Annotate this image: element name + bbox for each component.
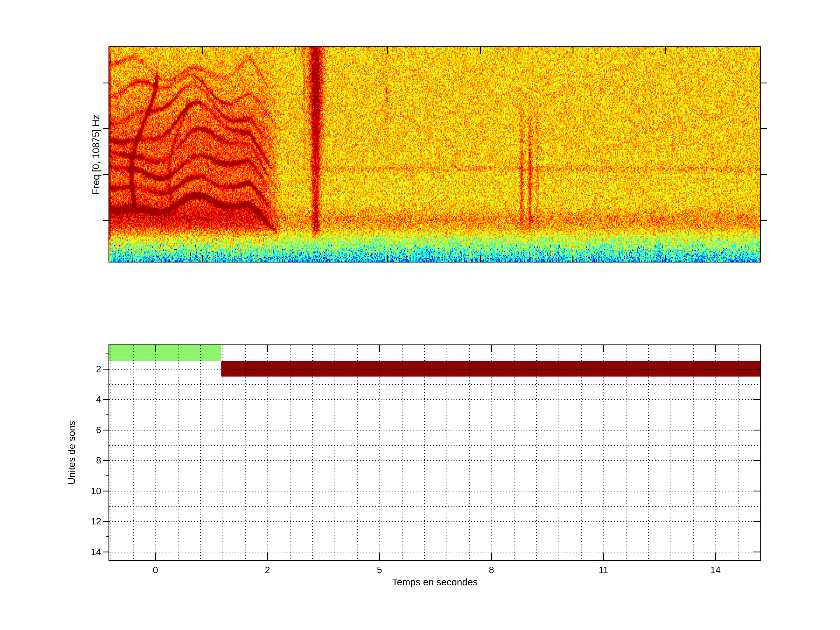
y-tick-label: 2 (78, 363, 101, 375)
gridline-v (155, 345, 156, 560)
gridline-v (402, 345, 403, 560)
gridline-v (715, 345, 716, 560)
x-tick-label: 2 (250, 564, 285, 576)
spec-x-tick-inner-bottom (665, 255, 666, 262)
y-tick-label: 12 (78, 515, 101, 527)
y-tick-label: 8 (78, 454, 101, 466)
y-tick-inner-right (753, 521, 760, 522)
spec-y-tick-outer-left (103, 128, 109, 129)
units-xlabel: Temps en secondes (377, 576, 493, 588)
y-tick-major (103, 399, 109, 400)
units-ylabel: Unites de sons (66, 394, 77, 511)
y-tick-inner-right (753, 429, 760, 431)
y-tick-minor (106, 475, 109, 476)
spec-y-tick-outer-right (760, 220, 767, 221)
y-tick-major (103, 460, 109, 461)
y-tick-inner-right (753, 551, 760, 553)
spectrogram-image (109, 47, 760, 262)
y-tick-minor (106, 384, 109, 384)
minor-gridline-h (109, 476, 760, 476)
major-gridline-h (109, 430, 760, 431)
spec-x-tick-inner-top (387, 47, 388, 54)
spec-x-tick-inner-bottom (573, 255, 573, 262)
gridline-v (357, 345, 358, 560)
gridline-v (514, 345, 515, 560)
spec-y-tick-outer-right (760, 174, 767, 175)
y-tick-major (103, 369, 109, 369)
y-tick-major (103, 551, 109, 553)
x-tick-inner-bottom (155, 553, 156, 560)
y-tick-label: 6 (78, 424, 101, 436)
y-tick-minor (106, 445, 109, 445)
y-tick-major (103, 521, 109, 522)
spec-x-tick-inner-top (665, 47, 666, 54)
gridline-v (626, 345, 627, 560)
x-tick-inner-bottom (603, 553, 604, 560)
minor-gridline-h (109, 445, 760, 446)
gridline-v (267, 345, 268, 560)
x-tick-inner-top (603, 345, 604, 352)
spec-x-tick-inner-top (573, 47, 573, 54)
y-tick-minor (106, 414, 109, 415)
spec-x-tick-inner-bottom (387, 255, 388, 262)
x-tick-inner-bottom (715, 553, 716, 560)
x-tick-label: 11 (586, 564, 621, 576)
gridline-v (648, 345, 649, 560)
gridline-v (290, 345, 291, 560)
minor-gridline-h (109, 354, 760, 354)
major-gridline-h (109, 491, 760, 491)
spec-x-tick-inner-top (295, 47, 295, 54)
minor-gridline-h (109, 384, 760, 385)
spec-y-tick-outer-right (760, 128, 767, 129)
x-tick-inner-top (267, 345, 268, 352)
gridline-v (223, 345, 223, 560)
x-tick-inner-top (155, 345, 156, 352)
spectrogram-ylabel: Freq [0, 10875] Hz (90, 96, 102, 213)
gridline-v (671, 345, 671, 560)
y-tick-inner-right (753, 491, 760, 491)
gridline-v (133, 345, 134, 560)
minor-gridline-h (109, 415, 760, 415)
x-tick-label: 8 (474, 564, 509, 576)
y-tick-minor (106, 354, 109, 354)
gridline-v (111, 345, 111, 560)
gridline-v (447, 345, 447, 560)
gridline-v (693, 345, 693, 560)
gridline-v (335, 345, 335, 560)
minor-gridline-h (109, 506, 760, 507)
spec-x-tick-inner-bottom (480, 255, 481, 262)
y-tick-inner-right (753, 369, 760, 369)
spec-y-tick-outer-left (103, 220, 109, 221)
x-tick-inner-bottom (267, 553, 268, 560)
y-tick-minor (106, 536, 109, 537)
minor-gridline-h (109, 537, 760, 537)
major-gridline-h (109, 369, 760, 369)
y-tick-major (103, 429, 109, 431)
spec-x-tick-inner-bottom (295, 255, 295, 262)
gridline-v (469, 345, 470, 560)
spec-x-tick-inner-bottom (202, 255, 203, 262)
gridline-v (178, 345, 178, 560)
y-tick-inner-right (753, 399, 760, 400)
x-tick-inner-top (491, 345, 492, 352)
major-gridline-h (109, 552, 760, 553)
gridline-v (379, 345, 380, 560)
x-tick-inner-top (379, 345, 380, 352)
x-tick-inner-top (715, 345, 716, 352)
major-gridline-h (109, 399, 760, 400)
spec-x-tick-inner-top (202, 47, 203, 54)
gridline-v (491, 345, 492, 560)
y-tick-major (103, 491, 109, 491)
spec-x-tick-inner-top (480, 47, 481, 54)
spec-y-tick-outer-left (103, 82, 109, 84)
x-tick-label: 14 (698, 564, 733, 576)
major-gridline-h (109, 521, 760, 522)
gridline-v (201, 345, 201, 560)
gridline-v (559, 345, 559, 560)
units-plot-area (109, 345, 760, 560)
x-tick-inner-bottom (379, 553, 380, 560)
gridline-v (603, 345, 604, 560)
y-tick-label: 14 (78, 546, 101, 558)
x-tick-label: 5 (362, 564, 397, 576)
major-gridline-h (109, 460, 760, 461)
